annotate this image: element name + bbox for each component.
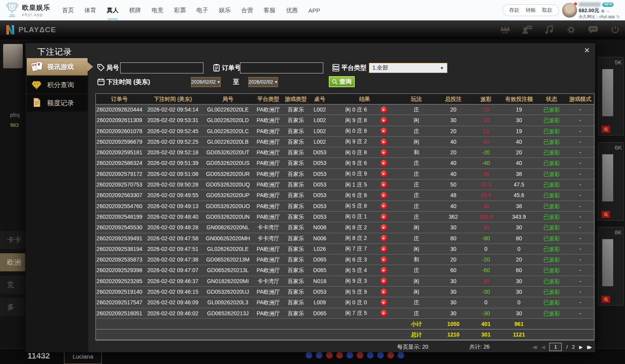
nav-item-电子[interactable]: 电子 — [196, 7, 208, 14]
order-label: 订单号 — [222, 64, 241, 72]
nav-item-娱乐[interactable]: 娱乐 — [219, 7, 231, 14]
video-play-icon[interactable]: ▶ — [381, 106, 387, 113]
main-nav: 首页体育真人棋牌电竞彩票电子娱乐合营客服优惠APP — [62, 0, 320, 20]
wallet-action-转账[interactable]: 转账 — [526, 7, 536, 14]
lobby-menu-多[interactable]: 多 — [0, 298, 25, 316]
current-page-input[interactable]: 1 — [549, 343, 562, 351]
wallet-action-存款[interactable]: 存款 — [509, 7, 519, 14]
nav-item-客服[interactable]: 客服 — [264, 7, 275, 14]
nav-item-真人[interactable]: 真人 — [107, 7, 119, 14]
user-avatar[interactable] — [562, 3, 577, 18]
video-play-icon[interactable]: ▶ — [381, 117, 387, 124]
eye-icon[interactable]: ◉ — [601, 8, 605, 13]
chat-icon[interactable] — [587, 24, 599, 36]
status-cell: 已派彩 — [537, 115, 566, 125]
round-cell: GL002262020LE — [203, 104, 253, 115]
round-cell: GN008262020NL — [203, 222, 253, 232]
lobby-tile-5K[interactable]: 5K戏 — [598, 57, 624, 135]
order-cell: 260202092519140 — [96, 287, 143, 297]
brand-logo[interactable]: 欧皇娱乐 ohyl.app — [5, 2, 50, 18]
valid-bet-cell: 80 — [500, 233, 537, 243]
video-play-icon[interactable]: ▶ — [381, 224, 387, 231]
platform-label: 平台类型 — [341, 64, 367, 72]
video-play-icon[interactable]: ▶ — [381, 267, 387, 274]
platform-select[interactable]: 1.全部 ▼ — [369, 63, 447, 73]
game-type-cell: 百家乐 — [284, 158, 308, 168]
bead-blue — [316, 352, 323, 359]
video-play-icon[interactable]: ▶ — [381, 192, 387, 199]
last-page-icon[interactable]: ▶▶ — [587, 344, 592, 350]
music-icon[interactable] — [543, 24, 555, 36]
video-play-icon[interactable]: ▶ — [381, 181, 387, 188]
lobby-player-id: p5sj — [10, 112, 20, 118]
sidebar-item-视讯游戏[interactable]: K♥9视讯游戏 — [27, 58, 88, 75]
round-input[interactable] — [120, 62, 203, 73]
chevron-circle-icon[interactable]: ⌄ — [606, 8, 610, 13]
order-cell: 260202092523285 — [96, 276, 143, 286]
result-text: 闲 1 庄 5 — [332, 179, 381, 190]
video-play-icon[interactable]: ▶ — [381, 235, 387, 241]
prev-page-icon[interactable]: ◀ — [541, 344, 545, 350]
game-type-cell: 百家乐 — [284, 169, 308, 179]
nav-item-电竞[interactable]: 电竞 — [152, 7, 163, 14]
wallet-action-取款[interactable]: 取款 — [542, 7, 552, 14]
video-play-icon[interactable]: ▶ — [381, 246, 387, 252]
lobby-menu-欧洲[interactable]: 欧洲 — [0, 253, 25, 271]
video-play-icon[interactable]: ▶ — [381, 214, 387, 220]
date-from-select[interactable]: 2026/02/02 ▼ — [191, 77, 221, 87]
customer-service-icon[interactable] — [521, 24, 533, 36]
next-page-icon[interactable]: ▶ — [579, 344, 583, 350]
nav-item-彩票[interactable]: 彩票 — [174, 7, 186, 14]
video-play-icon[interactable]: ▶ — [381, 128, 387, 134]
query-button[interactable]: 查询 — [329, 76, 355, 87]
video-play-icon[interactable]: ▶ — [381, 160, 387, 166]
tile-image — [602, 239, 613, 286]
lobby-menu-卡卡[interactable]: 卡卡 — [0, 231, 25, 249]
nav-item-体育[interactable]: 体育 — [84, 7, 96, 14]
nav-item-棋牌[interactable]: 棋牌 — [129, 7, 141, 14]
video-play-icon[interactable]: ▶ — [381, 289, 387, 295]
game-type-cell: 百家乐 — [284, 201, 308, 211]
tile-badge: 戏 — [601, 211, 610, 218]
video-play-icon[interactable]: ▶ — [381, 299, 387, 306]
table-row: 2602020925966792026-02-02 09:52:25GL0022… — [96, 137, 594, 147]
table-row: 2602020925160512026-02-02 09:46:02GD0652… — [96, 308, 594, 319]
video-play-icon[interactable]: ▶ — [381, 203, 387, 209]
sidebar-item-额度记录[interactable]: 额度记录 — [27, 94, 88, 112]
power-icon[interactable] — [609, 24, 621, 36]
hall-cell: PA欧洲厅 — [253, 147, 284, 157]
nav-item-APP[interactable]: APP — [308, 7, 320, 14]
lobby-menu-竞[interactable]: 竞 — [0, 276, 25, 294]
round-cell: GD053262020US — [203, 158, 253, 168]
game-mode-cell: - — [566, 276, 595, 286]
sidebar-item-积分查询[interactable]: 积分查询 — [27, 76, 88, 93]
nav-item-首页[interactable]: 首页 — [62, 7, 74, 14]
round-cell: GD053262020UP — [203, 190, 253, 200]
table-row: 2602020925232852026-02-02 09:46:37GN0182… — [96, 276, 594, 287]
lobby-tile-6K[interactable]: 6K戏 — [598, 142, 624, 221]
close-icon[interactable]: × — [584, 46, 590, 55]
video-play-icon[interactable]: ▶ — [381, 278, 387, 284]
round-cell: GD053262020UJ — [203, 287, 253, 297]
video-play-icon[interactable]: ▶ — [381, 256, 387, 263]
lobby-tile-8K[interactable]: 8K戏 — [598, 227, 624, 305]
vip-icon[interactable]: VIP — [499, 24, 511, 36]
date-to-select[interactable]: 2026/02/02 ▼ — [248, 77, 278, 87]
first-page-icon[interactable]: ◀◀ — [532, 344, 537, 350]
hall-cell: PA欧洲厅 — [253, 308, 284, 318]
per-page-label: 每页显示: 20 — [397, 344, 428, 351]
video-play-icon[interactable]: ▶ — [381, 149, 387, 156]
col-header-平台类型: 平台类型 — [253, 94, 284, 104]
table-no-cell: D065 — [308, 265, 332, 275]
video-play-icon[interactable]: ▶ — [381, 139, 387, 145]
order-input[interactable] — [240, 62, 323, 73]
video-play-icon[interactable]: ▶ — [381, 170, 387, 177]
settings-gear-icon[interactable] — [565, 24, 577, 36]
refresh-icon[interactable]: ↻ — [616, 15, 620, 20]
subtotal-valid-bet: 961 — [500, 319, 537, 329]
payout-cell: 19 — [471, 104, 500, 115]
nav-item-优惠[interactable]: 优惠 — [286, 7, 298, 14]
video-play-icon[interactable]: ▶ — [381, 310, 387, 316]
nav-item-合营[interactable]: 合营 — [241, 7, 253, 14]
valid-bet-cell: 20 — [500, 147, 537, 157]
